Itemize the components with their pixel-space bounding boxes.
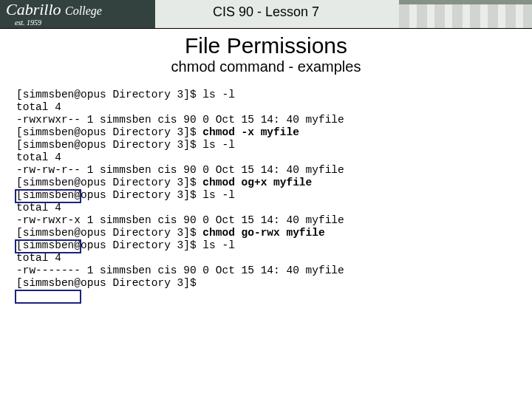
output-line: -rw-rw-r-- 1 simmsben cis 90 0 Oct 15 14… (16, 164, 344, 176)
output-line: total 4 (16, 202, 61, 214)
prompt: [simmsben@opus Directory 3]$ (16, 189, 202, 201)
cmd: ls -l (202, 239, 235, 251)
course-title: CIS 90 - Lesson 7 (0, 4, 532, 20)
cmd: ls -l (202, 139, 235, 151)
banner: Cabrillo College est. 1959 CIS 90 - Less… (0, 0, 532, 28)
output-line: total 4 (16, 151, 61, 163)
prompt: [simmsben@opus Directory 3]$ (16, 126, 202, 138)
prompt: [simmsben@opus Directory 3]$ (16, 139, 202, 151)
output-line: -rw------- 1 simmsben cis 90 0 Oct 15 14… (16, 265, 344, 276)
slide-heading: File Permissions (0, 33, 532, 58)
prompt: [simmsben@opus Directory 3]$ (16, 277, 197, 289)
cmd-bold: chmod go-rwx myfile (202, 227, 324, 239)
output-line: total 4 (16, 101, 61, 113)
cmd: ls -l (202, 89, 235, 100)
permission-highlight-box (15, 290, 81, 304)
prompt: [simmsben@opus Directory 3]$ (16, 89, 202, 100)
output-line: -rw-rwxr-x 1 simmsben cis 90 0 Oct 15 14… (16, 214, 344, 226)
prompt: [simmsben@opus Directory 3]$ (16, 227, 202, 239)
cmd: ls -l (202, 189, 235, 201)
cmd-bold: chmod -x myfile (202, 126, 299, 138)
cmd-bold: chmod og+x myfile (202, 177, 312, 188)
terminal-output: [simmsben@opus Directory 3]$ ls -l total… (0, 89, 532, 290)
slide-subheading: chmod command - examples (0, 58, 532, 75)
prompt: [simmsben@opus Directory 3]$ (16, 239, 202, 251)
prompt: [simmsben@opus Directory 3]$ (16, 177, 202, 188)
logo-est: est. 1959 (0, 19, 155, 27)
output-line: -rwxrwxr-- 1 simmsben cis 90 0 Oct 15 14… (16, 114, 344, 126)
banner-underline (0, 28, 532, 29)
output-line: total 4 (16, 252, 61, 264)
